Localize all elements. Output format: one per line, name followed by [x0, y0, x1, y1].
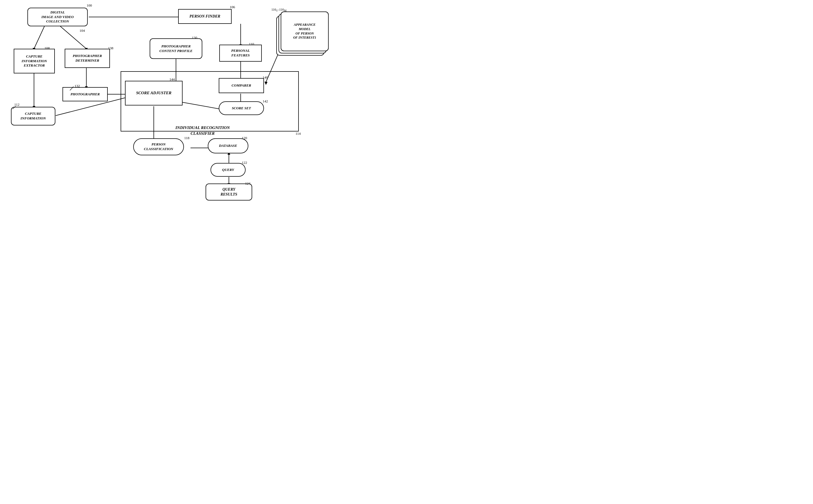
appearance-model-node: APPEARANCEMODELOF PERSONOF INTEREST1 — [281, 12, 329, 51]
label-100: 100 — [87, 3, 92, 8]
label-116: 1161–116M — [271, 8, 286, 12]
label-138: 138 — [108, 46, 113, 50]
photographer-node: PHOTOGRAPHER — [62, 87, 108, 101]
label-140: 140 — [262, 75, 268, 80]
capture-info-extractor-node: CAPTUREINFORMATIONEXTRACTOR — [14, 49, 55, 73]
label-108: 108 — [44, 46, 50, 50]
label-114: 114 — [295, 131, 301, 136]
individual-recognition-label: INDIVIDUAL RECOGNITIONCLASSIFIER — [175, 125, 230, 136]
person-classification-node: PERSONCLASSIFICATION — [133, 138, 184, 155]
query-node: QUERY — [210, 163, 245, 177]
label-130: 130 — [192, 36, 197, 40]
label-110: 110 — [249, 42, 254, 46]
patent-diagram: INDIVIDUAL RECOGNITIONCLASSIFIER DIGITAL… — [0, 0, 406, 252]
label-124: 124 — [245, 181, 250, 186]
score-adjuster-node: SCORE ADJUSTER — [125, 81, 182, 105]
label-142: 142 — [262, 99, 268, 104]
query-results-node: QUERYRESULTS — [205, 184, 252, 201]
photographer-determiner-node: PHOTOGRAPHERDETERMINER — [65, 49, 110, 68]
svg-line-2 — [34, 26, 44, 49]
person-finder-node: PERSON FINDER — [178, 9, 232, 24]
label-120: 120 — [242, 136, 247, 140]
personal-features-node: PERSONALFEATURES — [219, 45, 262, 62]
score-set-node: SCORE SET — [219, 101, 264, 115]
database-node: DATABASE — [208, 138, 248, 153]
label-132: 132 — [75, 84, 80, 88]
comparer-node: COMPARER — [219, 78, 264, 93]
label-104: 104 — [79, 28, 85, 33]
photographer-content-profile-node: PHOTOGRAPHERCONTENT PROFILE — [150, 38, 202, 59]
label-118: 118 — [184, 136, 189, 140]
capture-information-node: CAPTUREINFORMATION — [11, 107, 55, 125]
digital-collection-node: DIGITALIMAGE AND VIDEOCOLLECTION — [27, 8, 88, 26]
label-122: 122 — [242, 161, 247, 165]
label-106: 106 — [230, 5, 235, 9]
label-144: 144 — [169, 77, 175, 82]
label-112: 112 — [14, 102, 19, 107]
